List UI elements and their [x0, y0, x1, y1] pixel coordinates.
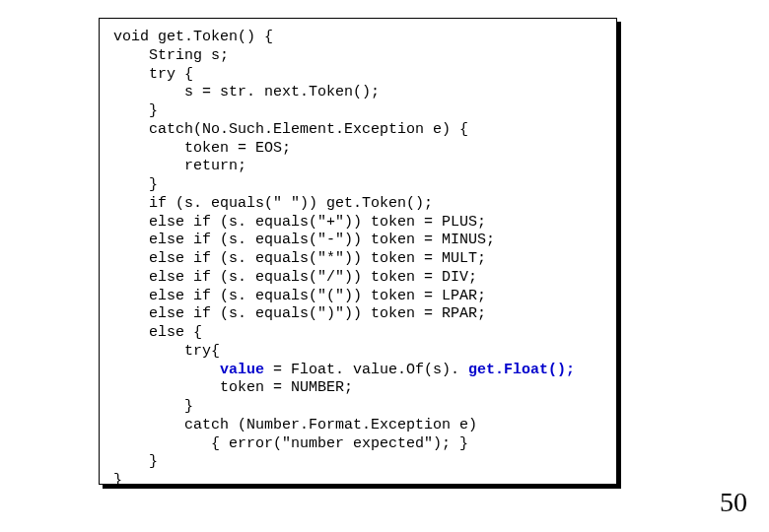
page-number: 50 [720, 487, 747, 518]
code-line: return; [113, 158, 604, 176]
code-line: if (s. equals(" ")) get.Token(); [113, 195, 604, 214]
code-line: } [113, 102, 604, 121]
code-line: else if (s. equals("(")) token = LPAR; [113, 288, 604, 306]
code-line: try { [113, 66, 604, 85]
code-line: catch (Number.Format.Exception e) [113, 417, 604, 435]
code-line: void get.Token() { [113, 29, 604, 47]
code-line: else if (s. equals("+")) token = PLUS; [113, 214, 604, 233]
code-line: s = str. next.Token(); [113, 84, 604, 102]
code-box: void get.Token() { String s; try { s = s… [99, 18, 617, 485]
code-keyword-getfloat: get.Float(); [459, 362, 575, 378]
code-line: } [113, 176, 604, 195]
code-line: } [113, 398, 604, 417]
code-line: String s; [113, 47, 604, 66]
code-text [113, 362, 220, 378]
code-line: else if (s. equals("/")) token = DIV; [113, 269, 604, 288]
code-line: value = Float. value.Of(s). get.Float(); [113, 362, 604, 380]
code-line: catch(No.Such.Element.Exception e) { [113, 121, 604, 140]
code-line: else if (s. equals(")")) token = RPAR; [113, 305, 604, 324]
code-line: } [113, 453, 604, 472]
code-line: else if (s. equals("-")) token = MINUS; [113, 232, 604, 250]
code-line: } [113, 472, 604, 491]
code-keyword-value: value [220, 362, 264, 378]
code-text: = Float. value.Of(s). [264, 362, 459, 378]
code-line: token = EOS; [113, 140, 604, 159]
code-line: try{ [113, 343, 604, 362]
code-line: else if (s. equals("*")) token = MULT; [113, 250, 604, 269]
code-line: { error("number expected"); } [113, 435, 604, 454]
code-line: else { [113, 324, 604, 343]
slide: void get.Token() { String s; try { s = s… [0, 0, 769, 532]
code-line: token = NUMBER; [113, 379, 604, 398]
